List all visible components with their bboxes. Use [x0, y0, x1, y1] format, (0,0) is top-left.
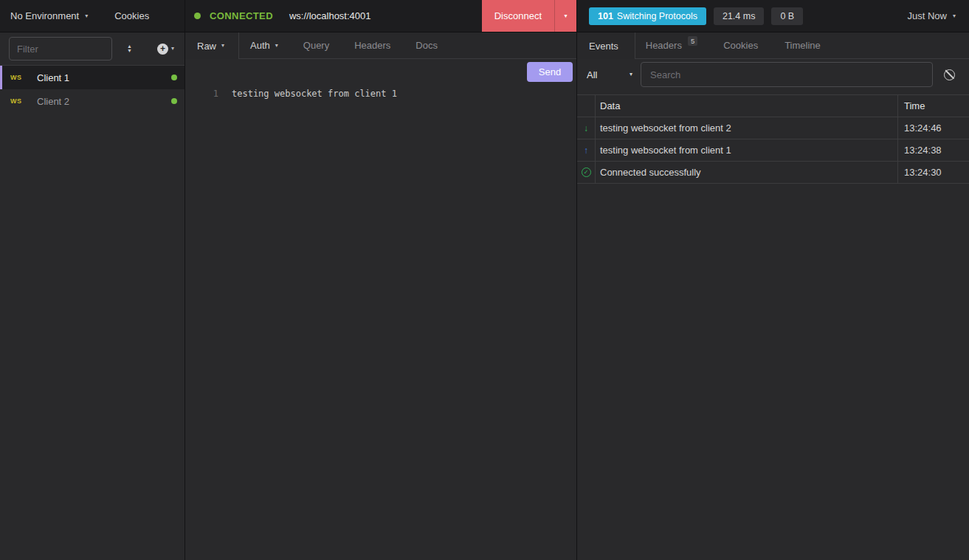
table-header-row: Data Time: [577, 95, 969, 117]
event-type-select[interactable]: All ▾: [587, 69, 632, 80]
response-panel: 101 Switching Protocols 21.4 ms 0 B Just…: [577, 0, 969, 560]
tab-headers[interactable]: Headers: [354, 40, 390, 51]
connected-dot-icon: [171, 98, 177, 104]
ws-method-badge: WS: [10, 74, 30, 81]
connection-status: CONNECTED: [210, 10, 273, 21]
table-row[interactable]: ↓ testing websocket from client 2 13:24:…: [577, 117, 969, 139]
chevron-down-icon: ▾: [275, 43, 278, 49]
request-tabs: Auth ▾ Query Headers Docs: [239, 32, 576, 59]
plus-circle-icon: +: [157, 44, 168, 55]
event-type-value: All: [587, 69, 597, 80]
status-code: 101: [598, 11, 613, 21]
line-number: 1: [185, 89, 218, 100]
filter-input[interactable]: [9, 37, 112, 61]
tab-auth-label: Auth: [250, 40, 270, 51]
cookies-button[interactable]: Cookies: [114, 10, 149, 21]
tab-headers-label: Headers: [646, 40, 682, 51]
sidebar-topbar: No Environment ▾ Cookies: [0, 0, 185, 32]
status-dot-icon: [194, 13, 201, 19]
event-time: 13:24:30: [898, 162, 969, 183]
disconnect-button[interactable]: Disconnect: [482, 0, 554, 32]
client-name: Client 2: [37, 96, 69, 107]
response-time-badge: 21.4 ms: [714, 7, 764, 25]
sort-icon[interactable]: ▲ ▼: [127, 44, 132, 53]
response-tab-row: Events Headers5 Cookies Timeline: [577, 32, 969, 59]
connected-icon: ✓: [577, 162, 596, 183]
events-table: Data Time ↓ testing websocket from clien…: [577, 94, 969, 184]
response-status-bar: 101 Switching Protocols 21.4 ms 0 B Just…: [577, 0, 969, 32]
sidebar-filter-row: ▲ ▼ + ▾: [0, 32, 185, 66]
tab-docs[interactable]: Docs: [415, 40, 438, 51]
tab-events[interactable]: Events: [577, 32, 635, 59]
message-editor[interactable]: Send 1 testing websocket from client 1: [185, 59, 576, 560]
recency-label: Just Now: [908, 10, 947, 21]
arrow-down-icon: ↓: [584, 124, 588, 133]
body-type-label: Raw: [197, 41, 216, 52]
request-panel: CONNECTED ws://localhost:4001 Disconnect…: [185, 0, 577, 560]
chevron-down-icon: ▾: [630, 72, 632, 77]
send-button[interactable]: Send: [527, 62, 573, 82]
headers-count-badge: 5: [688, 36, 697, 46]
chevron-down-icon: ▾: [171, 46, 174, 52]
recency-selector[interactable]: Just Now ▾: [908, 10, 956, 21]
check-glyph: ✓: [583, 169, 588, 176]
status-text: Switching Protocols: [617, 11, 697, 21]
add-request-button[interactable]: + ▾: [157, 44, 174, 55]
check-circle-icon: ✓: [582, 167, 591, 177]
tab-query[interactable]: Query: [303, 40, 329, 51]
connection-bar: CONNECTED ws://localhost:4001 Disconnect…: [185, 0, 576, 32]
sidebar-item-client-1[interactable]: WS Client 1: [0, 66, 185, 89]
time-column-header: Time: [898, 95, 969, 117]
tab-response-headers[interactable]: Headers5: [646, 40, 697, 51]
event-data: Connected successfully: [596, 162, 898, 183]
tab-timeline[interactable]: Timeline: [784, 40, 821, 51]
websocket-client-app: No Environment ▾ Cookies ▲ ▼ + ▾ WS Clie…: [0, 0, 969, 560]
event-data: testing websocket from client 2: [596, 117, 898, 139]
event-data: testing websocket from client 1: [596, 139, 898, 161]
icon-column-header: [577, 95, 596, 117]
table-row[interactable]: ✓ Connected successfully 13:24:30: [577, 162, 969, 184]
tab-response-cookies[interactable]: Cookies: [723, 40, 758, 51]
message-received-icon: ↓: [577, 117, 596, 139]
sort-down-glyph: ▼: [127, 49, 132, 53]
status-code-badge: 101 Switching Protocols: [589, 7, 706, 25]
clear-events-icon[interactable]: [944, 69, 955, 80]
message-sent-icon: ↑: [577, 139, 596, 161]
data-column-header: Data: [596, 95, 898, 117]
environment-label: No Environment: [10, 10, 79, 21]
body-type-selector[interactable]: Raw ▾: [185, 32, 239, 59]
request-tab-row: Raw ▾ Auth ▾ Query Headers Docs: [185, 32, 576, 59]
client-name: Client 1: [37, 72, 69, 83]
event-time: 13:24:38: [898, 139, 969, 161]
response-tabs: Headers5 Cookies Timeline: [635, 32, 969, 59]
sidebar-item-client-2[interactable]: WS Client 2: [0, 89, 185, 113]
websocket-url: ws://localhost:4001: [289, 10, 371, 21]
selection-bar: [0, 66, 2, 89]
arrow-up-icon: ↑: [584, 146, 588, 155]
table-row[interactable]: ↑ testing websocket from client 1 13:24:…: [577, 139, 969, 162]
chevron-down-icon: ▾: [221, 43, 224, 49]
sidebar: No Environment ▾ Cookies ▲ ▼ + ▾ WS Clie…: [0, 0, 185, 560]
response-size-badge: 0 B: [771, 7, 803, 25]
events-filter-row: All ▾: [577, 59, 969, 90]
event-time: 13:24:46: [898, 117, 969, 139]
chevron-down-icon: ▾: [953, 13, 956, 19]
ws-method-badge: WS: [10, 97, 30, 105]
connected-dot-icon: [171, 75, 177, 80]
chevron-down-icon: ▾: [85, 13, 88, 19]
disconnect-dropdown-button[interactable]: ▾: [554, 0, 576, 32]
editor-line: 1 testing websocket from client 1: [185, 89, 576, 100]
search-input[interactable]: [641, 62, 933, 87]
chevron-down-icon: ▾: [564, 13, 567, 19]
tab-auth[interactable]: Auth ▾: [250, 40, 278, 51]
editor-text: testing websocket from client 1: [232, 89, 397, 100]
environment-selector[interactable]: No Environment ▾: [0, 10, 88, 21]
disconnect-button-group: Disconnect ▾: [482, 0, 576, 32]
